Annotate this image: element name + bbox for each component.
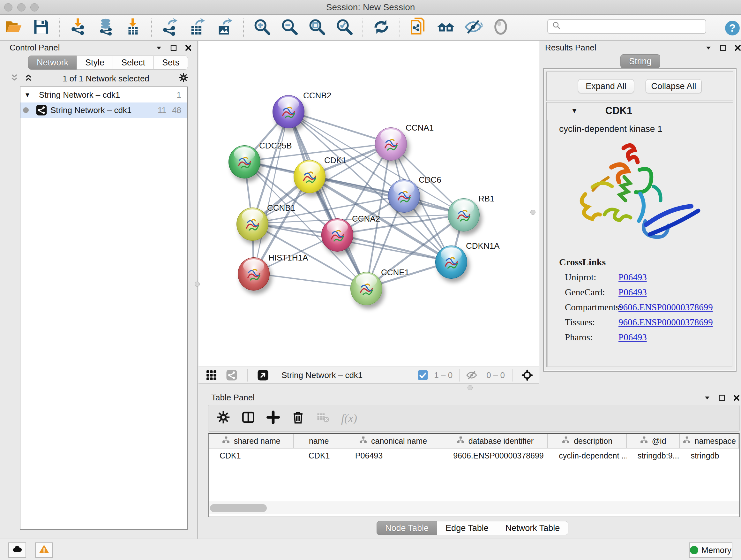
string-home-button[interactable] (435, 17, 456, 38)
table-settings-gear-icon[interactable] (217, 411, 230, 426)
zoom-fit-button[interactable] (307, 17, 327, 38)
crosslink-label: Tissues: (559, 317, 618, 327)
close-panel-icon[interactable] (734, 44, 741, 54)
hscrollbar-thumb[interactable] (210, 504, 267, 512)
crosslink-link[interactable]: P06493 (618, 272, 647, 282)
create-column-icon[interactable] (266, 411, 280, 426)
network-node-CCNB2[interactable] (273, 95, 305, 128)
export-image-button[interactable] (214, 17, 235, 38)
import-network-from-database-button[interactable] (95, 17, 116, 38)
expand-all-networks-icon[interactable] (23, 73, 33, 84)
close-panel-icon[interactable] (185, 44, 192, 54)
tab-sets[interactable]: Sets (153, 56, 188, 70)
crosslink-link[interactable]: P06493 (618, 332, 647, 342)
tab-network[interactable]: Network (28, 56, 77, 70)
fit-selected-crosshair-icon[interactable] (520, 365, 535, 386)
tab-style[interactable]: Style (77, 56, 113, 70)
network-row-selected[interactable]: String Network – cdk1 11 48 (20, 103, 187, 118)
table-row[interactable]: CDK1CDK1P064939606.ENSP00000378699cyclin… (209, 449, 739, 462)
column-header-canonical-name[interactable]: canonical name (344, 434, 442, 448)
tree-expander-icon[interactable]: ▼ (24, 91, 32, 99)
network-options-gear-icon[interactable] (179, 73, 188, 84)
tab-node-table[interactable]: Node Table (377, 521, 437, 535)
network-node-CDK1[interactable] (293, 160, 326, 193)
gene-expander-icon[interactable]: ▼ (571, 107, 578, 115)
collapse-panel-icon[interactable] (703, 394, 711, 403)
warnings-button[interactable] (35, 543, 53, 558)
crosslink-link[interactable]: 9606.ENSP00000378699 (618, 317, 713, 327)
close-panel-icon[interactable] (733, 394, 740, 403)
org-chart-icon (683, 436, 691, 446)
column-header-database-identifier[interactable]: database identifier (442, 434, 548, 448)
column-header-namespace[interactable]: namespace (680, 434, 739, 448)
tab-edge-table[interactable]: Edge Table (437, 521, 497, 535)
float-panel-icon[interactable] (719, 44, 727, 54)
birdseye-view-icon[interactable] (256, 365, 270, 386)
network-collection-row[interactable]: ▼ String Network – cdk1 1 (20, 87, 187, 103)
table-hscrollbar[interactable] (209, 502, 739, 514)
table-cell[interactable]: cyclin-dependent ... (548, 449, 626, 462)
toolbar-search[interactable] (547, 19, 706, 34)
string-protein-query-button[interactable] (408, 17, 429, 38)
network-node-CCNA1[interactable] (375, 127, 407, 161)
network-node-CDKN1A[interactable] (435, 246, 467, 279)
network-node-CCNB1[interactable] (237, 207, 268, 241)
gene-header[interactable]: ▼ CDK1 (547, 103, 733, 119)
network-edge[interactable] (254, 273, 366, 288)
right-splitter-handle[interactable] (530, 210, 536, 215)
network-node-CDC6[interactable] (388, 179, 420, 212)
zoom-out-button[interactable] (279, 17, 300, 38)
selected-checkbox-icon[interactable] (417, 365, 428, 386)
help-button[interactable]: ? (722, 18, 741, 40)
save-session-button[interactable] (30, 17, 52, 38)
hidden-eye-icon[interactable] (465, 365, 479, 386)
table-cell[interactable]: CDK1 (294, 449, 344, 462)
string-glass-hide-button[interactable] (463, 17, 484, 38)
collapse-all-button[interactable]: Collapse All (646, 79, 702, 93)
table-cell[interactable]: 9606.ENSP00000378699 (442, 449, 548, 462)
open-session-button[interactable] (3, 17, 24, 38)
network-node-CCNA2[interactable] (321, 219, 353, 252)
table-cell[interactable]: CDK1 (209, 449, 294, 462)
table-cell[interactable]: stringdb (680, 449, 739, 462)
collapse-all-networks-icon[interactable] (10, 73, 19, 84)
org-chart-icon (562, 436, 570, 446)
memory-button[interactable]: Memory (689, 543, 732, 558)
left-splitter-handle[interactable] (195, 282, 200, 287)
import-network-from-file-button[interactable] (68, 17, 89, 38)
column-header-description[interactable]: description (548, 434, 626, 448)
network-share-icon[interactable] (225, 365, 239, 386)
export-network-button[interactable] (159, 17, 181, 38)
show-columns-icon[interactable] (242, 411, 255, 426)
tab-string[interactable]: String (620, 54, 660, 68)
table-cell[interactable]: stringdb:9... (627, 449, 680, 462)
delete-column-icon[interactable] (291, 411, 305, 426)
table-cell[interactable]: P06493 (344, 449, 442, 462)
refresh-button[interactable] (371, 17, 392, 38)
column-header-name[interactable]: name (294, 434, 344, 448)
network-node-CDC25B[interactable] (228, 145, 260, 179)
expand-all-button[interactable]: Expand All (578, 79, 634, 93)
zoom-selected-button[interactable] (334, 17, 355, 38)
import-table-from-file-button[interactable] (123, 17, 144, 38)
network-canvas[interactable]: CCNB2CCNA1CDC25BCDK1CDC6RB1CCNB1CCNA2CDK… (199, 41, 539, 367)
crosslink-link[interactable]: 9606.ENSP00000378699 (618, 302, 713, 312)
network-node-HIST1H1A[interactable] (238, 257, 270, 291)
column-header-shared-name[interactable]: shared name (209, 434, 294, 448)
string-eye-button[interactable] (490, 17, 511, 38)
tab-select[interactable]: Select (113, 56, 154, 70)
column-header-@id[interactable]: @id (627, 434, 680, 448)
network-node-RB1[interactable] (448, 198, 480, 232)
grid-view-icon[interactable] (204, 365, 218, 386)
zoom-in-button[interactable] (252, 17, 273, 38)
tab-network-table[interactable]: Network Table (497, 521, 569, 535)
bottom-splitter-handle[interactable] (468, 385, 473, 390)
export-table-button[interactable] (187, 17, 208, 38)
float-panel-icon[interactable] (170, 44, 178, 54)
crosslink-link[interactable]: P06493 (618, 287, 647, 297)
cloud-button[interactable] (8, 543, 26, 558)
network-node-CCNE1[interactable] (350, 272, 382, 305)
collapse-panel-icon[interactable] (155, 44, 163, 54)
float-panel-icon[interactable] (718, 394, 726, 403)
collapse-panel-icon[interactable] (704, 44, 712, 54)
